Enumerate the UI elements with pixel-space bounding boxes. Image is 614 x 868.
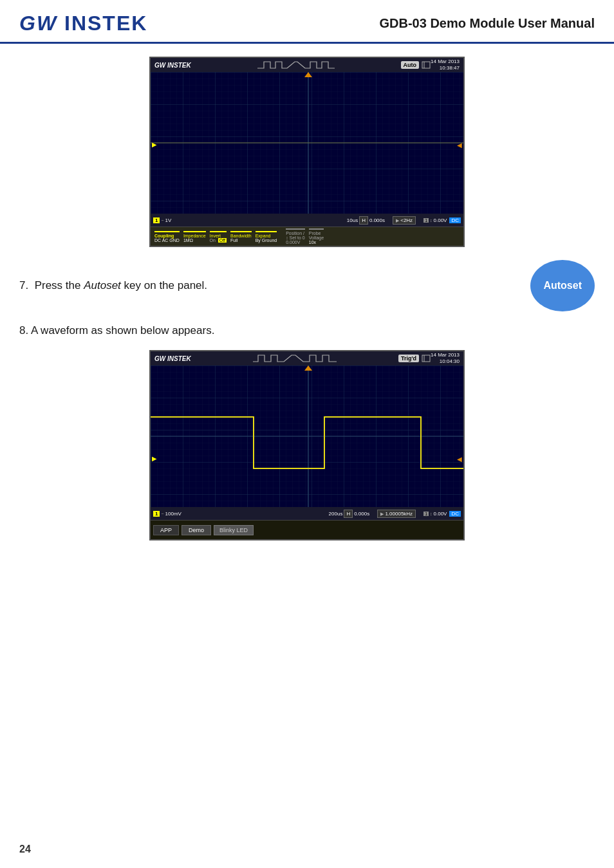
osc1-channel-bar: Coupling DC AC GND Impedance 1MΩ Invert … — [151, 226, 463, 246]
osc2-coupling-dc: DC — [449, 511, 461, 517]
step-7-pre: Press the — [35, 279, 84, 291]
company-logo: GW INSTEK — [19, 12, 147, 35]
osc1-impedance-label: Impedance — [183, 234, 206, 238]
osc1-waveform-icon — [191, 59, 401, 71]
page-number: 24 — [19, 844, 31, 855]
osc1-ch1-bar: Coupling DC AC GND — [154, 231, 180, 243]
osc1-impedance: Impedance 1MΩ — [183, 231, 206, 243]
osc1-coupling-dc: DC — [449, 217, 461, 223]
osc2-datetime: 14 Mar 2013 10:04:30 — [431, 352, 460, 365]
step-8-desc: A waveform as shown below appears. — [31, 324, 214, 337]
osc2-ch1-indicator: 1 ~ 100mV — [153, 511, 181, 517]
step-7-italic: Autoset — [84, 279, 121, 291]
osc1-expand: Expand By Ground — [256, 231, 277, 243]
osc1-coupling-label: Coupling — [154, 234, 180, 238]
osc1-position-val2: 0.000V — [286, 240, 305, 245]
osc1-screen: GW INSTEK Auto 14 Mar 2013 10:38:47 — [149, 57, 465, 247]
osc1-time: 10:38:47 — [431, 65, 460, 71]
page-header: GW INSTEK GDB-03 Demo Module User Manual — [0, 0, 614, 44]
osc1-bandwidth: Bandwidth Full — [230, 231, 252, 243]
osc1-ch1-badge: 1 — [153, 217, 160, 223]
svg-rect-0 — [422, 62, 430, 68]
osc2-voltage-scale: 100mV — [165, 511, 181, 517]
step-7-section: 7. Press the Autoset key on the panel. A… — [19, 260, 595, 311]
osc1-ch1-indicator: 1 ~ 1V — [153, 217, 171, 223]
logo-instek: INSTEK — [57, 12, 147, 35]
step-8-number: 8. — [19, 324, 28, 337]
osc1-position-label: Position / — [286, 231, 305, 235]
osc1-impedance-val: 1MΩ — [183, 238, 206, 243]
osc1-datetime: 14 Mar 2013 10:38:47 — [431, 59, 460, 72]
osc1-bandwidth-val: Full — [230, 238, 252, 243]
logo-gw: GW — [19, 12, 57, 35]
osc2-app-tab[interactable]: APP — [153, 525, 179, 535]
osc1-freq-display: ▶ <2Hz — [393, 216, 416, 225]
step-7-row: 7. Press the Autoset key on the panel. A… — [19, 260, 595, 311]
osc2-ch-box: H — [344, 510, 353, 518]
osc2-demo-tab[interactable]: Demo — [181, 525, 211, 535]
svg-marker-6 — [304, 72, 312, 77]
osc1-bottom-bar: 1 ~ 1V 10us H 0.000s ▶ <2Hz 1 ↕ 0.00V — [151, 214, 463, 226]
osc2-signal-icon — [253, 353, 337, 364]
osc1-date: 14 Mar 2013 — [431, 59, 460, 65]
osc2-ch1-badge: 1 — [153, 511, 160, 517]
osc1-probe-val: 10x — [309, 240, 324, 245]
osc2-submenu-tab[interactable]: Blinky LED — [214, 525, 254, 535]
osc1-trig-level: 1 ↕ 0.00V DC — [423, 217, 461, 223]
osc1-probe-voltage: Voltage — [309, 235, 324, 240]
osc1-freq-icon: ▶ — [396, 218, 399, 223]
step-7-number: 7. — [19, 279, 28, 291]
page-title: GDB-03 Demo Module User Manual — [379, 16, 595, 31]
page-content: GW INSTEK Auto 14 Mar 2013 10:38:47 — [0, 44, 614, 560]
osc2-logo: GW INSTEK — [154, 355, 191, 362]
osc1-expand-val: By Ground — [256, 238, 277, 243]
osc2-time: 10:04:30 — [431, 358, 460, 365]
step-8-row: 8. A waveform as shown below appears. — [19, 324, 595, 337]
osc1-probe: Probe Voltage 10x — [309, 228, 324, 245]
osc1-bandwidth-label: Bandwidth — [230, 234, 252, 238]
step-7-text: 7. Press the Autoset key on the panel. — [19, 279, 517, 292]
osc1-trig-badge: 1 — [423, 218, 429, 223]
osc1-invert-val: On Off — [210, 238, 227, 243]
osc2-trigger-badge: Trig'd — [398, 355, 419, 362]
osc1-probe-label: Probe — [309, 231, 324, 235]
oscilloscope-2: GW INSTEK Trig'd 14 Mar 2013 10:04:30 — [149, 350, 465, 540]
osc1-coupling-val: DC AC GND — [154, 238, 180, 243]
osc2-trig-level: 1 ↕ 0.00V DC — [423, 511, 461, 517]
osc1-position: Position / ↕ Set to 0 0.000V — [286, 228, 305, 245]
autoset-button[interactable]: Autoset — [530, 260, 595, 311]
osc1-trigger-area: Auto — [401, 60, 431, 69]
step-7-post: key on the panel. — [121, 279, 207, 291]
osc1-signal-icon — [257, 59, 335, 71]
osc2-waveform-icon — [191, 353, 398, 364]
osc1-trigger-badge: Auto — [401, 61, 420, 69]
osc2-waveform-wrapper: ▶ ◀ — [151, 365, 463, 507]
osc2-freq-display: ▶ 1.00005kHz — [377, 510, 416, 518]
osc2-trigger-area: Trig'd — [398, 354, 431, 363]
osc1-invert: Invert On Off — [210, 231, 227, 243]
svg-rect-8 — [422, 355, 430, 362]
step-8-section: 8. A waveform as shown below appears. — [19, 324, 595, 337]
osc2-menu-bar: APP Demo Blinky LED — [151, 520, 463, 539]
osc1-waveform-wrapper: ▶ ◀ — [151, 72, 463, 214]
osc1-timebase: 10us H 0.000s — [347, 216, 385, 225]
osc2-freq-icon: ▶ — [380, 512, 384, 516]
osc2-screen: GW INSTEK Trig'd 14 Mar 2013 10:04:30 — [149, 350, 465, 540]
svg-marker-14 — [304, 365, 312, 371]
osc2-mode-icon — [422, 354, 431, 363]
osc1-ch-box: H — [359, 216, 368, 225]
osc2-trig-badge: 1 — [423, 512, 429, 516]
osc2-timebase: 200us H 0.000s — [329, 510, 370, 518]
osc1-waveform-svg — [151, 72, 463, 214]
osc1-expand-label: Expand — [256, 234, 277, 238]
osc2-date: 14 Mar 2013 — [431, 352, 460, 358]
osc2-waveform-svg — [151, 365, 463, 507]
step-8-text: 8. A waveform as shown below appears. — [19, 324, 214, 337]
osc2-bottom-bar: 1 ~ 100mV 200us H 0.000s ▶ 1.00005kHz 1 … — [151, 507, 463, 520]
osc2-top-bar: GW INSTEK Trig'd 14 Mar 2013 10:04:30 — [151, 351, 463, 365]
osc1-voltage-scale: 1V — [165, 217, 172, 223]
osc1-mode-icon — [422, 60, 431, 69]
osc1-top-bar: GW INSTEK Auto 14 Mar 2013 10:38:47 — [151, 58, 463, 72]
osc1-position-val: ↕ Set to 0 — [286, 235, 305, 240]
osc1-logo: GW INSTEK — [154, 62, 191, 69]
